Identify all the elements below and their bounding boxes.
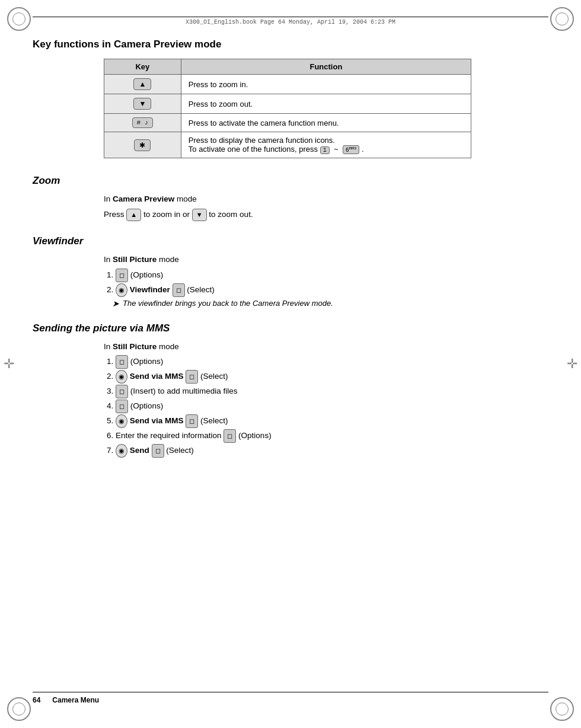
list-item: ◉ Send ◻ (Select) <box>116 444 548 458</box>
section-zoom: Zoom In Camera Preview mode Press ▲ to z… <box>33 175 548 221</box>
mms-bold-mode: Still Picture <box>113 342 157 351</box>
corner-decoration-tr <box>550 7 574 31</box>
nav-icon-mms2: ◉ <box>116 414 127 428</box>
select-icon-mms1: ◻ <box>186 370 198 384</box>
header-text: X300_OI_English.book Page 64 Monday, Apr… <box>186 19 395 25</box>
corner-decoration-tl <box>7 7 31 31</box>
table-row: ✱ Press to display the camera function i… <box>104 132 471 158</box>
viewfinder-intro: In Still Picture mode <box>104 253 548 266</box>
viewfinder-steps: ◻ (Options) ◉ Viewfinder ◻ (Select) <box>116 269 548 297</box>
list-item: Enter the required information ◻ (Option… <box>116 429 548 443</box>
section3-title: Viewfinder <box>33 235 548 247</box>
zoom-line2: Press ▲ to zoom in or ▼ to zoom out. <box>104 208 548 222</box>
viewfinder-bold-label: Viewfinder <box>130 285 170 294</box>
zoom-bold-mode: Camera Preview <box>113 194 174 203</box>
section2-title: Zoom <box>33 175 548 187</box>
key-cell-zoom-out: ▼ <box>104 94 181 114</box>
select-icon-mms2: ◻ <box>186 414 198 428</box>
footer-page-number: 64 <box>33 696 40 704</box>
footer-title: Camera Menu <box>52 696 99 704</box>
list-item: ◉ Send via MMS ◻ (Select) <box>116 370 548 384</box>
section-viewfinder: Viewfinder In Still Picture mode ◻ (Opti… <box>33 235 548 308</box>
list-item: ◉ Send via MMS ◻ (Select) <box>116 414 548 428</box>
nav-icon-mms1: ◉ <box>116 370 127 384</box>
key-1-icon: 1 <box>320 146 330 154</box>
list-item: ◻ (Options) <box>116 355 548 369</box>
send-via-mms-bold-1: Send via MMS <box>130 372 184 381</box>
viewfinder-bold-mode: Still Picture <box>113 255 157 264</box>
options-icon-mms1: ◻ <box>116 355 128 369</box>
star-key-icon: ✱ <box>134 139 151 151</box>
key-cell-star: ✱ <box>104 132 181 158</box>
side-decor-left: ✛ <box>4 357 14 371</box>
nav-icon-viewfinder: ◉ <box>116 283 127 297</box>
func-cell-hash: Press to activate the camera function me… <box>181 114 471 132</box>
func-cell-zoom-in: Press to zoom in. <box>181 75 471 94</box>
key-6-icon: 6mms <box>343 145 360 154</box>
list-item: ◻ (Options) <box>116 400 548 413</box>
table-row: ▲ Press to zoom in. <box>104 75 471 94</box>
send-via-mms-bold-2: Send via MMS <box>130 416 184 425</box>
zoom-out-key-icon: ▼ <box>133 98 151 110</box>
section-key-functions: Key functions in Camera Preview mode Key… <box>33 39 548 158</box>
zoom-in-inline-icon: ▲ <box>126 209 141 222</box>
options-icon-1: ◻ <box>116 269 128 282</box>
mms-intro: In Still Picture mode <box>104 340 548 353</box>
zoom-line1: In Camera Preview mode <box>104 193 548 206</box>
side-decor-right: ✛ <box>567 357 577 371</box>
arrow-icon: ➤ <box>112 299 119 308</box>
func-star-line2: To activate one of the functions, press … <box>189 145 364 154</box>
section4-title: Sending the picture via MMS <box>33 323 548 334</box>
func-star-line1: Press to display the camera function ico… <box>189 136 335 145</box>
key-cell-zoom-in: ▲ <box>104 75 181 94</box>
section2-content: In Camera Preview mode Press ▲ to zoom i… <box>104 193 548 221</box>
corner-decoration-bl <box>7 697 31 721</box>
footer-bar: 64 Camera Menu <box>33 692 548 704</box>
options-icon-mms2: ◻ <box>116 400 128 413</box>
zoom-out-inline-icon: ▼ <box>192 209 207 222</box>
func-cell-zoom-out: Press to zoom out. <box>181 94 471 114</box>
list-item: ◻ (Insert) to add multimedia files <box>116 385 548 398</box>
table-header-key: Key <box>104 59 181 75</box>
func-cell-star: Press to display the camera function ico… <box>181 132 471 158</box>
table-row: # ♪ Press to activate the camera functio… <box>104 114 471 132</box>
main-content: Key functions in Camera Preview mode Key… <box>33 39 548 684</box>
select-icon-send: ◻ <box>152 444 164 458</box>
mms-steps: ◻ (Options) ◉ Send via MMS ◻ (Select) ◻ … <box>116 355 548 458</box>
section1-title: Key functions in Camera Preview mode <box>33 39 548 50</box>
key-functions-table: Key Function ▲ Press to zoom in. ▼ <box>104 59 471 158</box>
header-bar: X300_OI_English.book Page 64 Monday, Apr… <box>33 17 548 25</box>
section-sending-mms: Sending the picture via MMS In Still Pic… <box>33 323 548 458</box>
hash-key-icon: # ♪ <box>132 117 154 128</box>
list-item: ◉ Viewfinder ◻ (Select) <box>116 283 548 297</box>
corner-decoration-br <box>550 697 574 721</box>
zoom-in-key-icon: ▲ <box>133 78 151 90</box>
nav-icon-send: ◉ <box>116 444 127 458</box>
insert-icon: ◻ <box>116 385 128 398</box>
table-row: ▼ Press to zoom out. <box>104 94 471 114</box>
options-icon-mms3: ◻ <box>224 429 236 443</box>
section4-content: In Still Picture mode ◻ (Options) ◉ Send… <box>104 340 548 458</box>
send-bold: Send <box>130 446 149 455</box>
key-cell-hash: # ♪ <box>104 114 181 132</box>
list-item: ◻ (Options) <box>116 269 548 282</box>
select-icon-viewfinder: ◻ <box>173 283 185 297</box>
section3-content: In Still Picture mode ◻ (Options) ◉ View… <box>104 253 548 308</box>
viewfinder-note: ➤ The viewfinder brings you back to the … <box>112 299 548 308</box>
viewfinder-note-text: The viewfinder brings you back to the Ca… <box>123 299 333 308</box>
table-header-function: Function <box>181 59 471 75</box>
